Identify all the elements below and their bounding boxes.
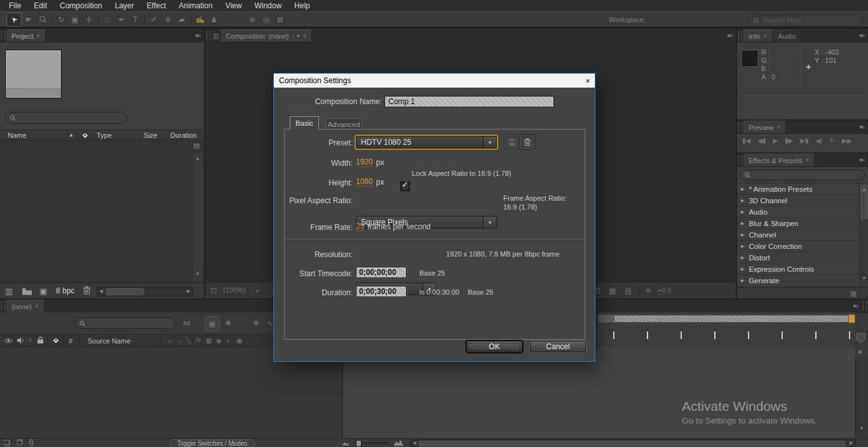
scroll-right-icon[interactable]: ▶ <box>187 288 191 294</box>
comp-marker-bin-icon[interactable] <box>856 333 865 344</box>
project-search-box[interactable] <box>5 112 127 124</box>
scroll-down-icon[interactable]: ▼ <box>859 425 864 431</box>
comp-button-icon[interactable]: ◈ <box>858 348 863 355</box>
panel-grip[interactable] <box>738 156 742 164</box>
panel-grip[interactable] <box>1 302 5 310</box>
menu-animation[interactable]: Animation <box>172 1 219 10</box>
selection-tool-button[interactable]: ➤ <box>6 13 22 27</box>
panel-grip[interactable] <box>863 302 867 310</box>
toggle-switches-modes-button[interactable]: Toggle Switches / Modes <box>170 439 255 447</box>
label-tag-icon[interactable] <box>52 337 60 344</box>
expander-icon[interactable]: ▶ <box>741 267 744 272</box>
close-icon[interactable]: × <box>36 32 40 39</box>
new-animation-preset-icon[interactable]: ▦ <box>850 290 857 298</box>
menu-composition[interactable]: Composition <box>53 1 109 10</box>
tab-basic[interactable]: Basic <box>290 116 319 130</box>
loop-button[interactable]: ↻ <box>830 137 835 144</box>
help-search-box[interactable] <box>749 15 863 26</box>
menu-help[interactable]: Help <box>288 1 316 10</box>
expander-icon[interactable]: ▶ <box>741 210 744 215</box>
ram-preview-button[interactable]: ▶▶ <box>842 137 851 144</box>
timeline-search-input[interactable] <box>88 319 171 328</box>
close-icon[interactable]: × <box>302 32 306 39</box>
save-preset-button[interactable] <box>505 135 519 149</box>
audio-speaker-icon[interactable] <box>17 337 24 344</box>
work-area-end-handle[interactable] <box>848 314 855 323</box>
roto-brush-tool-button[interactable]: ✍ <box>193 13 207 26</box>
dialog-title-bar[interactable]: Composition Settings × <box>274 74 595 88</box>
scroll-right-icon[interactable]: ▶ <box>850 440 853 446</box>
panel-menu-icon[interactable]: ▾≡ <box>849 300 862 312</box>
always-preview-icon[interactable]: ⊡ <box>210 286 217 295</box>
tab-effects-presets[interactable]: Effects & Presets × <box>743 154 815 166</box>
panel-menu-icon[interactable]: ▾≡ <box>855 29 868 42</box>
scroll-left-icon[interactable]: ◀ <box>412 440 416 446</box>
width-value[interactable]: 1920 <box>356 157 373 167</box>
panel-menu-icon[interactable]: ▾≡ <box>855 121 868 133</box>
column-name[interactable]: Name <box>8 131 26 139</box>
column-duration[interactable]: Duration <box>170 131 197 139</box>
list-item-animation-presets[interactable]: ▶* Animation Presets <box>737 183 859 195</box>
frame-blend-enable-button[interactable]: ▣ <box>205 316 220 331</box>
switch-3d-icon[interactable]: ▣ <box>236 337 242 344</box>
first-frame-button[interactable]: ▮◀ <box>742 137 750 144</box>
new-folder-icon[interactable] <box>22 287 32 295</box>
timeline-zoom-slider-handle[interactable] <box>356 440 362 447</box>
lock-icon[interactable] <box>37 337 44 344</box>
preset-dropdown[interactable]: HDTV 1080 25 ▾ <box>356 136 497 149</box>
menu-view[interactable]: View <box>219 1 248 10</box>
graph-editor-icon[interactable]: ∿ <box>267 319 273 328</box>
composition-name-input[interactable]: Comp 1 <box>384 96 554 107</box>
list-item-expression-controls[interactable]: ▶Expression Controls <box>737 264 859 275</box>
close-icon[interactable]: × <box>776 124 780 131</box>
list-item-distort[interactable]: ▶Distort <box>737 252 859 264</box>
tab-audio[interactable]: Audio <box>773 29 801 42</box>
bit-depth-button[interactable]: 8 bpc <box>56 286 74 295</box>
lock-aspect-label[interactable]: Lock Aspect Ratio to 16:9 (1.78) <box>412 170 512 177</box>
magnification-dropdown-icon[interactable]: ▾ <box>256 288 259 294</box>
play-button[interactable]: ▶ <box>773 137 778 144</box>
prev-frame-button[interactable]: ◀▮ <box>757 137 766 144</box>
expander-icon[interactable]: ▶ <box>741 198 744 203</box>
project-flowchart-icon[interactable]: ▤ <box>193 142 200 150</box>
puppet-pin-tool-button[interactable]: ♟ <box>207 13 221 26</box>
duration-input[interactable]: 0;00;30;00 <box>356 286 407 297</box>
sort-ascending-icon[interactable]: ▲ <box>69 132 74 138</box>
exposure-value[interactable]: +0.0 <box>658 286 672 295</box>
panel-grip[interactable] <box>207 31 210 40</box>
pen-tool-button[interactable]: ✒ <box>114 13 128 26</box>
expander-icon[interactable]: ▶ <box>741 232 744 237</box>
exposure-icon[interactable]: ✳ <box>645 286 651 295</box>
scroll-up-icon[interactable]: ▲ <box>195 156 200 161</box>
video-eye-icon[interactable] <box>4 338 13 344</box>
expand-in-out-icon[interactable]: {} <box>29 439 34 446</box>
brush-tool-button[interactable]: ✐ <box>147 13 161 26</box>
zoom-out-mountain-icon[interactable] <box>341 441 350 446</box>
menu-file[interactable]: File <box>3 1 27 10</box>
tab-timeline-none[interactable]: (none) × <box>6 300 44 312</box>
work-area-bar[interactable] <box>599 315 851 323</box>
scroll-up-icon[interactable]: ▲ <box>862 187 867 192</box>
expander-icon[interactable]: ▶ <box>741 244 744 249</box>
expand-transfer-controls-icon[interactable]: ❐ <box>17 439 23 447</box>
view-axis-mode-button[interactable]: ⊠ <box>273 13 287 26</box>
tab-dropdown-icon[interactable]: ▾ <box>297 33 299 39</box>
magnification-value[interactable]: (100%) <box>223 286 245 294</box>
switch-shy-icon[interactable]: ☺ <box>166 337 173 344</box>
project-search-input[interactable] <box>18 114 123 123</box>
cancel-button[interactable]: Cancel <box>530 341 586 352</box>
tab-project[interactable]: Project × <box>6 29 46 42</box>
next-frame-button[interactable]: ▮▶ <box>785 137 793 144</box>
help-search-input[interactable] <box>762 16 858 25</box>
local-axis-mode-button[interactable]: ⊕ <box>245 13 259 26</box>
solo-icon[interactable]: ○ <box>28 337 32 344</box>
effects-search-input[interactable] <box>753 171 860 180</box>
hand-tool-button[interactable]: ☛ <box>22 13 36 26</box>
lock-aspect-checkbox[interactable]: ✓ <box>400 182 410 191</box>
expander-icon[interactable]: ▶ <box>741 187 744 192</box>
scrollbar-thumb[interactable] <box>106 288 144 295</box>
timeline-search-box[interactable] <box>75 317 175 329</box>
timeline-vertical-scrollbar[interactable]: ▼ <box>855 357 868 438</box>
list-item-audio[interactable]: ▶Audio <box>737 206 859 218</box>
list-item-3d-channel[interactable]: ▶3D Channel <box>737 195 859 206</box>
